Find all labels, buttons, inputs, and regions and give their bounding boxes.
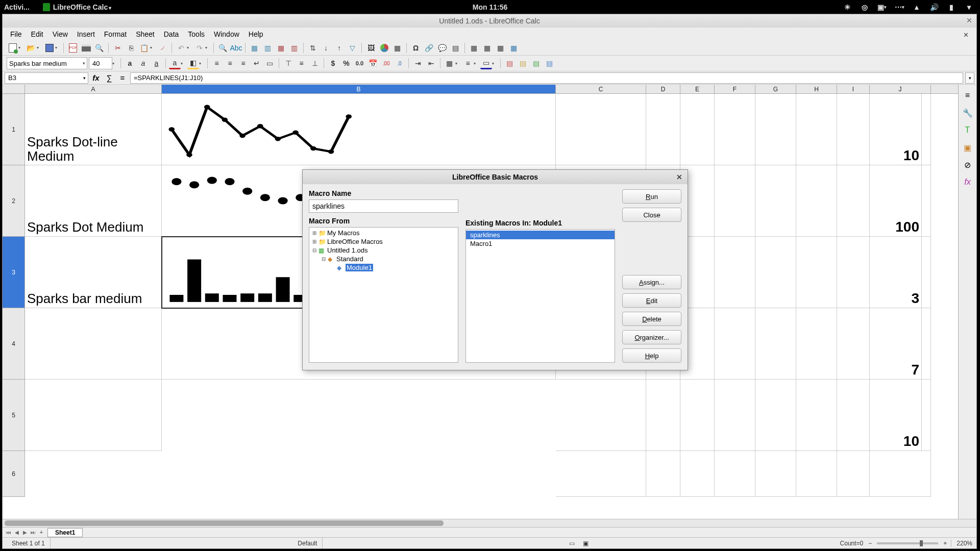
zoom-out-button[interactable]: − bbox=[868, 540, 872, 547]
chart-button[interactable] bbox=[378, 42, 390, 54]
function-wizard-button[interactable]: fx bbox=[90, 72, 102, 84]
col-header-f[interactable]: F bbox=[715, 85, 755, 93]
font-size-combo[interactable]: 40 bbox=[89, 57, 112, 69]
col-header-d[interactable]: D bbox=[646, 85, 680, 93]
row-header-6[interactable]: 6 bbox=[3, 451, 24, 497]
print-button[interactable] bbox=[80, 42, 92, 54]
tree-my-macros[interactable]: My Macros bbox=[327, 229, 360, 237]
align-left-button[interactable]: ≡ bbox=[211, 58, 223, 69]
border-color-button[interactable]: ▭ bbox=[480, 58, 492, 69]
merge-button[interactable]: ▭ bbox=[264, 58, 276, 69]
menu-sheet[interactable]: Sheet bbox=[131, 29, 159, 40]
help-button[interactable]: Help bbox=[622, 348, 681, 363]
close-button[interactable]: Close bbox=[622, 208, 681, 222]
cond-fmt-3-button[interactable]: ▤ bbox=[530, 58, 542, 69]
align-right-button[interactable]: ≡ bbox=[237, 58, 249, 69]
clone-format-button[interactable]: ⟋ bbox=[157, 42, 168, 54]
font-color-dropdown[interactable]: ▾ bbox=[181, 61, 186, 66]
macro-item-sparklines[interactable]: sparklines bbox=[466, 231, 615, 239]
menu-data[interactable]: Data bbox=[159, 29, 184, 40]
window-close-button[interactable]: ✕ bbox=[966, 16, 972, 24]
borders-dropdown[interactable]: ▾ bbox=[455, 61, 460, 66]
delete-row-button[interactable]: ▦ bbox=[275, 42, 287, 54]
cell-a1[interactable]: Sparks Dot-line Medium bbox=[25, 94, 162, 165]
formula-input[interactable]: =SPARKLINES(J1:J10) bbox=[130, 72, 963, 84]
cell-a2[interactable]: Sparks Dot Medium bbox=[25, 165, 162, 237]
border-style-dropdown[interactable]: ▾ bbox=[474, 61, 479, 66]
tree-standard[interactable]: Standard bbox=[336, 255, 363, 263]
cell-a5[interactable] bbox=[25, 380, 162, 451]
col-header-e[interactable]: E bbox=[680, 85, 715, 93]
cond-fmt-2-button[interactable]: ▤ bbox=[517, 58, 529, 69]
activities-button[interactable]: Activi... bbox=[4, 3, 30, 11]
row-button[interactable]: ▦ bbox=[249, 42, 260, 54]
font-size-dropdown[interactable]: ▾ bbox=[112, 61, 117, 66]
grid-button[interactable]: ▦ bbox=[508, 42, 520, 54]
clock[interactable]: Mon 11:56 bbox=[473, 3, 507, 11]
status-style[interactable]: Default bbox=[292, 538, 323, 548]
formula-expand-button[interactable]: ▾ bbox=[965, 72, 974, 84]
macro-from-tree[interactable]: ⊞📁My Macros ⊞📁LibreOffice Macros ⊟▦Untit… bbox=[309, 227, 458, 363]
row-header-5[interactable]: 5 bbox=[3, 380, 24, 451]
tab-add-button[interactable]: + bbox=[37, 529, 45, 537]
horizontal-scrollbar[interactable] bbox=[3, 519, 976, 527]
comment-button[interactable]: 💬 bbox=[436, 42, 448, 54]
close-document-button[interactable]: ✕ bbox=[959, 30, 973, 40]
tab-prev-button[interactable]: ◀ bbox=[13, 529, 21, 537]
col-header-h[interactable]: H bbox=[796, 85, 837, 93]
menu-format[interactable]: Format bbox=[100, 29, 131, 40]
open-button[interactable]: 📂 bbox=[25, 42, 37, 54]
app-menu[interactable]: LibreOffice Calc▾ bbox=[53, 3, 111, 11]
delete-column-button[interactable]: ▥ bbox=[288, 42, 300, 54]
border-color-dropdown[interactable]: ▾ bbox=[492, 61, 497, 66]
filter-button[interactable]: ▽ bbox=[347, 42, 358, 54]
redo-button[interactable]: ↷ bbox=[193, 42, 205, 54]
highlight-dropdown[interactable]: ▾ bbox=[199, 61, 204, 66]
name-box[interactable]: B3▾ bbox=[5, 72, 88, 84]
status-selection-mode-icon[interactable]: ▣ bbox=[579, 540, 593, 547]
align-center-button[interactable]: ≡ bbox=[224, 58, 236, 69]
date-button[interactable]: 📅 bbox=[367, 58, 379, 69]
col-header-a[interactable]: A bbox=[25, 85, 162, 93]
column-button[interactable]: ▥ bbox=[262, 42, 274, 54]
number-button[interactable]: 0.0 bbox=[354, 58, 365, 69]
menu-insert[interactable]: Insert bbox=[72, 29, 100, 40]
tree-lo-macros[interactable]: LibreOffice Macros bbox=[327, 238, 383, 245]
paste-dropdown[interactable]: ▾ bbox=[150, 45, 155, 50]
tree-module1[interactable]: Module1 bbox=[346, 264, 373, 271]
tab-first-button[interactable]: ⏮ bbox=[5, 529, 13, 537]
borders-button[interactable]: ▦ bbox=[444, 58, 455, 69]
border-style-button[interactable]: ≡ bbox=[462, 58, 474, 69]
special-char-button[interactable]: Ω bbox=[410, 42, 422, 54]
redo-dropdown[interactable]: ▾ bbox=[205, 45, 210, 50]
freeze-button[interactable]: ▦ bbox=[468, 42, 480, 54]
tab-next-button[interactable]: ▶ bbox=[21, 529, 29, 537]
italic-button[interactable]: a bbox=[137, 58, 149, 69]
sidebar-navigator-icon[interactable]: ⊘ bbox=[961, 158, 974, 171]
undo-dropdown[interactable]: ▾ bbox=[187, 45, 192, 50]
dialog-titlebar[interactable]: LibreOffice Basic Macros ✕ bbox=[303, 170, 688, 184]
brightness-icon[interactable]: ☀ bbox=[843, 3, 851, 11]
hyperlink-button[interactable]: 🔗 bbox=[423, 42, 435, 54]
highlight-button[interactable]: ◧ bbox=[187, 58, 199, 69]
split-button[interactable]: ▦ bbox=[481, 42, 493, 54]
currency-button[interactable]: $ bbox=[327, 58, 339, 69]
accessibility-icon[interactable]: ◎ bbox=[861, 3, 869, 11]
paste-button[interactable]: 📋 bbox=[138, 42, 150, 54]
row-header-4[interactable]: 4 bbox=[3, 308, 24, 380]
menu-window[interactable]: Window bbox=[209, 29, 244, 40]
inc-indent-button[interactable]: ⇥ bbox=[412, 58, 424, 69]
row-header-1[interactable]: 1 bbox=[3, 94, 24, 165]
underline-button[interactable]: a bbox=[151, 58, 162, 69]
status-insert-mode-icon[interactable]: ▭ bbox=[565, 540, 579, 547]
undo-button[interactable]: ↶ bbox=[175, 42, 187, 54]
cond-fmt-1-button[interactable]: ▤ bbox=[504, 58, 516, 69]
sidebar-gallery-icon[interactable]: ▣ bbox=[961, 141, 974, 154]
col-header-c[interactable]: C bbox=[556, 85, 646, 93]
macro-name-input[interactable] bbox=[309, 199, 458, 213]
row-header-2[interactable]: 2 bbox=[3, 165, 24, 237]
row-header-3[interactable]: 3 bbox=[3, 237, 24, 308]
zoom-value[interactable]: 220% bbox=[951, 540, 972, 547]
sidebar-styles-icon[interactable]: T bbox=[961, 123, 974, 137]
cond-fmt-4-button[interactable]: ▤ bbox=[544, 58, 555, 69]
